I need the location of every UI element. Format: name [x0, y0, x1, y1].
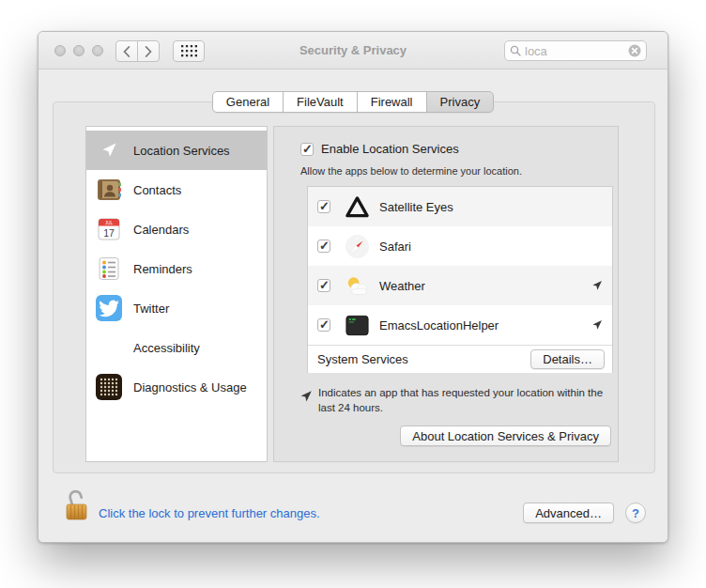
weather-icon [345, 273, 370, 299]
search-field[interactable] [504, 40, 647, 61]
sidebar-item-accessibility[interactable]: Accessibility [86, 328, 267, 367]
clear-search-icon[interactable] [628, 44, 641, 57]
svg-text:17: 17 [103, 227, 115, 239]
location-apps-list: Satellite Eyes Safari [307, 186, 613, 373]
system-services-row: System Services Details… [308, 345, 612, 373]
system-services-label: System Services [317, 352, 408, 366]
sidebar-item-contacts[interactable]: Contacts [86, 170, 267, 209]
location-services-panel: Enable Location Services Allow the apps … [273, 126, 619, 462]
tab-filevault[interactable]: FileVault [283, 91, 358, 113]
emacs-icon [345, 313, 370, 338]
app-checkbox[interactable] [317, 240, 330, 253]
recent-location-arrow-icon [591, 280, 603, 291]
sidebar-item-reminders[interactable]: Reminders [86, 249, 267, 288]
enable-location-services-label: Enable Location Services [321, 142, 459, 156]
tab-general[interactable]: General [212, 91, 284, 113]
app-checkbox[interactable] [317, 318, 330, 332]
search-icon [510, 45, 521, 56]
calendars-icon: JUL17 [96, 216, 122, 242]
app-row-satellite-eyes[interactable]: Satellite Eyes [308, 187, 612, 226]
help-button[interactable]: ? [625, 503, 646, 523]
enable-location-services-checkbox[interactable] [300, 143, 314, 156]
security-privacy-window: Security & Privacy General FileVault Fir… [38, 31, 668, 543]
sidebar-item-location-services[interactable]: Location Services [86, 131, 267, 170]
contacts-icon [96, 177, 122, 203]
tab-firewall[interactable]: Firewall [357, 91, 427, 113]
sidebar-item-twitter[interactable]: Twitter [86, 288, 267, 328]
tab-privacy[interactable]: Privacy [426, 91, 495, 113]
app-checkbox[interactable] [317, 200, 330, 213]
recent-location-note: Indicates an app that has requested your… [318, 386, 611, 415]
privacy-pane: Location Services Contacts JUL17 Calenda… [53, 101, 655, 473]
app-row-weather[interactable]: Weather [308, 266, 612, 305]
details-button[interactable]: Details… [530, 349, 605, 369]
search-input[interactable] [525, 44, 624, 58]
satellite-icon [345, 194, 370, 220]
accessibility-icon [96, 334, 122, 361]
svg-text:JUL: JUL [105, 221, 114, 225]
lock-hint-text[interactable]: Click the lock to prevent further change… [99, 506, 320, 520]
tab-bar: General FileVault Firewall Privacy [38, 91, 668, 113]
footer-bar: Click the lock to prevent further change… [38, 473, 668, 543]
panel-description: Allow the apps below to determine your l… [300, 165, 522, 177]
advanced-button[interactable]: Advanced… [523, 503, 614, 523]
about-location-services-button[interactable]: About Location Services & Privacy [400, 426, 611, 446]
reminders-icon [96, 255, 122, 282]
diagnostics-icon [96, 374, 122, 400]
safari-icon [345, 234, 370, 259]
location-icon [96, 137, 122, 163]
twitter-icon [96, 295, 122, 321]
app-row-emacslocationhelper[interactable]: EmacsLocationHelper [308, 305, 612, 345]
app-row-safari[interactable]: Safari [308, 226, 612, 266]
sidebar-item-calendars[interactable]: JUL17 Calendars [86, 209, 267, 249]
lock-icon[interactable] [63, 488, 91, 526]
recent-location-arrow-icon [591, 319, 603, 331]
sidebar-item-diagnostics-usage[interactable]: Diagnostics & Usage [86, 367, 267, 407]
app-checkbox[interactable] [317, 279, 330, 292]
titlebar: Security & Privacy [38, 32, 668, 70]
privacy-sidebar: Location Services Contacts JUL17 Calenda… [85, 126, 268, 462]
location-arrow-icon [299, 390, 313, 403]
